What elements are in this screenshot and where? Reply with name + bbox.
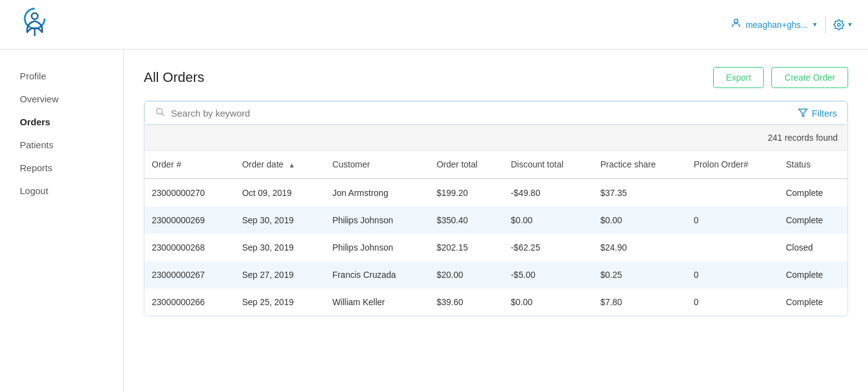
cell-order-date: Sep 30, 2019 [235, 234, 325, 261]
export-button[interactable]: Export [713, 67, 764, 88]
sidebar-item-orders[interactable]: Orders [0, 110, 123, 133]
records-found-text: 241 records found [768, 133, 838, 143]
user-icon [730, 17, 742, 32]
orders-table: Order # Order date ▲ Customer Order tota… [144, 151, 848, 316]
sidebar-item-overview[interactable]: Overview [0, 87, 123, 110]
cell-customer: William Keller [325, 288, 429, 316]
cell-customer: Philips Johnson [325, 207, 429, 234]
header-actions: Export Create Order [713, 67, 848, 88]
svg-marker-7 [799, 109, 807, 117]
header-divider [825, 16, 826, 33]
cell-discount-total: $0.00 [503, 207, 593, 234]
cell-order-date: Sep 30, 2019 [235, 207, 325, 234]
records-info: 241 records found [144, 125, 848, 151]
header-right: meaghan+ghs... ▼ ▼ [730, 16, 853, 33]
sort-icon: ▲ [288, 161, 295, 169]
col-prolon-order: Prolon Order# [686, 151, 779, 179]
header: meaghan+ghs... ▼ ▼ [0, 0, 868, 50]
svg-point-4 [838, 23, 841, 26]
filters-label: Filters [812, 108, 837, 118]
cell-prolon-order: 0 [686, 288, 779, 316]
logo [15, 5, 55, 45]
cell-order-num: 23000000266 [144, 288, 235, 316]
main-content: All Orders Export Create Order [124, 50, 868, 392]
svg-line-6 [162, 114, 164, 116]
cell-order-num: 23000000268 [144, 234, 235, 261]
cell-prolon-order: 0 [686, 207, 779, 234]
cell-discount-total: $0.00 [503, 288, 593, 316]
settings-chevron-icon: ▼ [847, 21, 853, 28]
search-bar: Filters [144, 101, 848, 125]
col-status: Status [778, 151, 848, 179]
table-row[interactable]: 23000000270 Oct 09, 2019 Jon Armstrong $… [144, 179, 848, 207]
cell-discount-total: -$62.25 [503, 234, 593, 261]
cell-order-total: $350.40 [429, 207, 504, 234]
cell-order-num: 23000000269 [144, 207, 235, 234]
search-input[interactable] [171, 108, 798, 118]
cell-practice-share: $24.90 [593, 234, 686, 261]
svg-point-1 [32, 13, 38, 19]
cell-practice-share: $0.00 [593, 207, 686, 234]
cell-order-num: 23000000267 [144, 261, 235, 288]
cell-order-total: $202.15 [429, 234, 504, 261]
col-order-num: Order # [144, 151, 235, 179]
filters-button[interactable]: Filters [798, 108, 837, 118]
cell-order-total: $39.60 [429, 288, 504, 316]
settings-button[interactable]: ▼ [833, 19, 853, 30]
table-row[interactable]: 23000000267 Sep 27, 2019 Francis Cruzada… [144, 261, 848, 288]
orders-table-body: 23000000270 Oct 09, 2019 Jon Armstrong $… [144, 179, 848, 316]
cell-practice-share: $7.80 [593, 288, 686, 316]
sidebar-item-profile[interactable]: Profile [0, 65, 123, 87]
cell-discount-total: -$5.00 [503, 261, 593, 288]
cell-customer: Philips Johnson [325, 234, 429, 261]
page-title: All Orders [144, 69, 204, 86]
cell-order-total: $20.00 [429, 261, 504, 288]
table-header: Order # Order date ▲ Customer Order tota… [144, 151, 848, 179]
table-row[interactable]: 23000000269 Sep 30, 2019 Philips Johnson… [144, 207, 848, 234]
cell-status: Closed [778, 234, 848, 261]
cell-status: Complete [778, 261, 848, 288]
layout: Profile Overview Orders Patients Reports… [0, 50, 868, 392]
username-label: meaghan+ghs... [745, 20, 808, 30]
page-header: All Orders Export Create Order [144, 67, 848, 88]
cell-order-date: Sep 27, 2019 [235, 261, 325, 288]
col-discount-total: Discount total [503, 151, 593, 179]
gear-icon [833, 19, 844, 30]
svg-point-3 [734, 19, 738, 23]
sidebar-item-patients[interactable]: Patients [0, 133, 123, 156]
filter-icon [798, 108, 808, 118]
sidebar: Profile Overview Orders Patients Reports… [0, 50, 124, 392]
col-order-total: Order total [429, 151, 504, 179]
cell-prolon-order: 0 [686, 261, 779, 288]
table-container: Filters 241 records found Order # Order … [144, 100, 848, 316]
sidebar-item-logout[interactable]: Logout [0, 179, 123, 202]
cell-status: Complete [778, 179, 848, 207]
col-customer: Customer [325, 151, 429, 179]
cell-customer: Francis Cruzada [325, 261, 429, 288]
cell-order-total: $199.20 [429, 179, 504, 207]
cell-status: Complete [778, 288, 848, 316]
cell-practice-share: $37.35 [593, 179, 686, 207]
cell-order-num: 23000000270 [144, 179, 235, 207]
sidebar-item-reports[interactable]: Reports [0, 156, 123, 179]
col-order-date[interactable]: Order date ▲ [235, 151, 325, 179]
col-practice-share: Practice share [593, 151, 686, 179]
table-row[interactable]: 23000000266 Sep 25, 2019 William Keller … [144, 288, 848, 316]
table-row[interactable]: 23000000268 Sep 30, 2019 Philips Johnson… [144, 234, 848, 261]
user-chevron-icon: ▼ [812, 21, 818, 28]
cell-order-date: Oct 09, 2019 [235, 179, 325, 207]
cell-status: Complete [778, 207, 848, 234]
cell-discount-total: -$49.80 [503, 179, 593, 207]
cell-order-date: Sep 25, 2019 [235, 288, 325, 316]
cell-prolon-order [686, 234, 779, 261]
cell-customer: Jon Armstrong [325, 179, 429, 207]
cell-practice-share: $0.25 [593, 261, 686, 288]
table-header-row: Order # Order date ▲ Customer Order tota… [144, 151, 848, 179]
cell-prolon-order [686, 179, 779, 207]
user-menu-button[interactable]: meaghan+ghs... ▼ [730, 17, 818, 32]
search-icon [155, 107, 165, 119]
create-order-button[interactable]: Create Order [771, 67, 848, 88]
